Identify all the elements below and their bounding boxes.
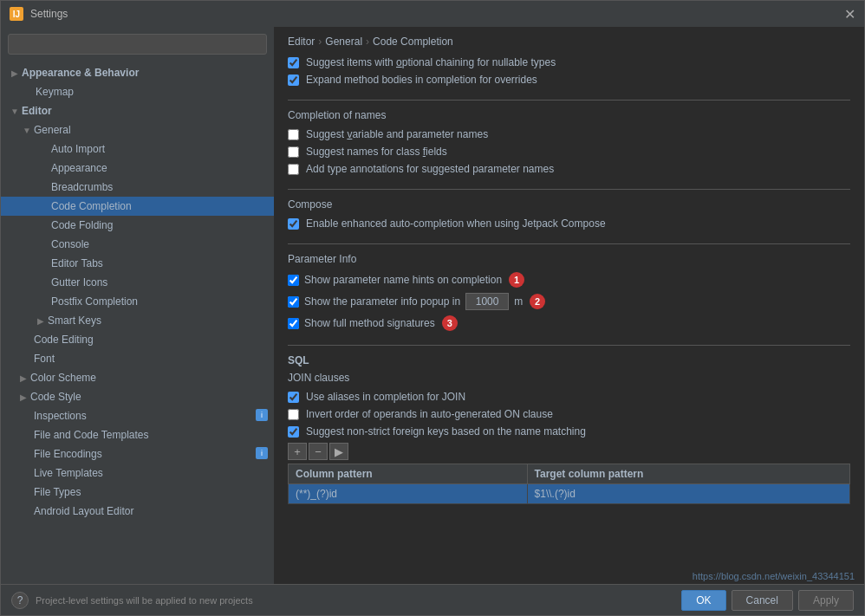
param-label: Show parameter name hints on completion xyxy=(304,274,502,286)
sidebar-item-postfix-completion[interactable]: Postfix Completion xyxy=(1,292,274,311)
divider-1 xyxy=(288,100,850,101)
sidebar-item-android-layout[interactable]: Android Layout Editor xyxy=(1,502,274,521)
close-button[interactable]: ✕ xyxy=(844,6,855,23)
search-box xyxy=(1,27,274,62)
sidebar-item-font[interactable]: Font xyxy=(1,349,274,368)
sidebar-item-label: Keymap xyxy=(36,86,274,98)
sidebar-item-code-editing[interactable]: Code Editing xyxy=(1,330,274,349)
checkbox-optional-chaining[interactable] xyxy=(288,57,299,68)
parameter-info-section: Parameter Info Show parameter name hints… xyxy=(288,253,850,331)
divider-4 xyxy=(288,345,850,346)
checkbox-label: Expand method bodies in completion for o… xyxy=(306,74,537,86)
titlebar: IJ Settings ✕ xyxy=(1,1,864,27)
expand-arrow: ▶ xyxy=(16,373,30,383)
breadcrumb-sep-1: › xyxy=(318,36,322,48)
breadcrumb-sep-2: › xyxy=(366,36,369,48)
expand-arrow: ▼ xyxy=(20,126,34,135)
sidebar-item-auto-import[interactable]: Auto Import xyxy=(1,139,274,159)
checkbox-label: Suggest names for class fields xyxy=(306,146,447,158)
sidebar-tree: ▶ Appearance & Behavior Keymap ▼ Editor … xyxy=(1,62,274,584)
checkbox-suggest-class-fields[interactable] xyxy=(288,146,299,158)
popup-delay-input[interactable] xyxy=(465,293,509,310)
add-row-button[interactable]: + xyxy=(288,443,307,460)
help-button[interactable]: ? xyxy=(11,592,29,609)
completion-names-section: Completion of names Suggest variable and… xyxy=(288,109,850,175)
param-label: Show full method signatures xyxy=(304,317,435,329)
checkbox-expand-method[interactable] xyxy=(288,75,299,86)
checkbox-row-suggest-var: Suggest variable and parameter names xyxy=(288,128,850,140)
sidebar-item-appearance[interactable]: Appearance xyxy=(1,159,274,178)
param-unit: m xyxy=(514,295,523,308)
checkbox-use-aliases[interactable] xyxy=(288,392,299,403)
bottom-bar: ? Project-level settings will be applied… xyxy=(1,584,864,615)
sidebar-item-label: Color Scheme xyxy=(30,372,274,384)
sidebar-item-label: Gutter Icons xyxy=(51,276,274,289)
sidebar-item-editor[interactable]: ▼ Editor xyxy=(1,101,274,120)
checkbox-label: Enable enhanced auto-completion when usi… xyxy=(306,217,606,230)
inspections-badge-icon: i xyxy=(255,408,269,422)
checkbox-row-use-aliases: Use aliases in completion for JOIN xyxy=(288,391,850,403)
watermark: https://blog.csdn.net/weixin_43344151 xyxy=(693,571,855,581)
breadcrumb-part-1: Editor xyxy=(288,36,315,48)
checkbox-label: Use aliases in completion for JOIN xyxy=(306,391,465,403)
checkbox-enhanced-autocomplete[interactable] xyxy=(288,218,299,230)
sidebar-item-file-encodings[interactable]: File Encodings i xyxy=(1,444,274,464)
sql-patterns-table: Column pattern Target column pattern (**… xyxy=(288,464,850,504)
cancel-button[interactable]: Cancel xyxy=(732,590,793,611)
sidebar-item-label: Inspections xyxy=(34,410,255,422)
checkbox-show-param-hints[interactable] xyxy=(288,275,299,286)
sidebar-item-code-folding[interactable]: Code Folding xyxy=(1,216,274,235)
checkbox-add-type-annotations[interactable] xyxy=(288,164,299,175)
sidebar-item-general[interactable]: ▼ General xyxy=(1,120,274,139)
param-label: Show the parameter info popup in xyxy=(304,295,460,308)
checkbox-invert-order[interactable] xyxy=(288,409,299,420)
window-title: Settings xyxy=(30,8,68,20)
sidebar-item-label: Code Completion xyxy=(51,200,274,212)
sidebar-item-label: General xyxy=(34,124,274,136)
sidebar-item-label: Postfix Completion xyxy=(51,295,274,308)
breadcrumb: Editor › General › Code Completion xyxy=(274,27,864,53)
section-title-parameter-info: Parameter Info xyxy=(288,253,850,265)
move-row-button[interactable]: ▶ xyxy=(329,443,348,460)
sidebar-item-smart-keys[interactable]: ▶ Smart Keys xyxy=(1,311,274,330)
col-header-column-pattern: Column pattern xyxy=(289,464,528,484)
settings-window: IJ Settings ✕ ▶ Appearance & Behavior Ke… xyxy=(0,0,865,616)
sql-section: SQL JOIN clauses Use aliases in completi… xyxy=(288,354,850,504)
table-row[interactable]: (**)_(?)id $1\\.(?)id xyxy=(289,484,850,504)
checkbox-show-full-sig[interactable] xyxy=(288,318,299,329)
checkbox-suggest-foreign-keys[interactable] xyxy=(288,426,299,438)
sidebar-item-label: Font xyxy=(34,353,274,365)
checkbox-row-suggest-foreign-keys: Suggest non-strict foreign keys based on… xyxy=(288,425,850,438)
search-input[interactable] xyxy=(8,34,267,55)
param-row-show-param-hints: Show parameter name hints on completion … xyxy=(288,272,850,288)
checkbox-row-expand-method: Expand method bodies in completion for o… xyxy=(288,74,850,86)
checkbox-show-param-popup[interactable] xyxy=(288,296,299,308)
checkbox-label: Suggest variable and parameter names xyxy=(306,128,488,140)
sidebar-item-inspections[interactable]: Inspections i xyxy=(1,406,274,425)
sidebar-item-live-templates[interactable]: Live Templates xyxy=(1,464,274,483)
breadcrumb-part-3: Code Completion xyxy=(373,36,453,48)
apply-button[interactable]: Apply xyxy=(798,590,854,611)
sidebar-item-console[interactable]: Console xyxy=(1,235,274,254)
divider-2 xyxy=(288,189,850,190)
sidebar-item-label: Appearance & Behavior xyxy=(22,67,274,79)
checkbox-label: Suggest items with optional chaining for… xyxy=(306,56,556,68)
sidebar-item-appearance-behavior[interactable]: ▶ Appearance & Behavior xyxy=(1,63,274,82)
remove-row-button[interactable]: − xyxy=(309,443,328,460)
sidebar-item-editor-tabs[interactable]: Editor Tabs xyxy=(1,254,274,273)
bottom-right: OK Cancel Apply xyxy=(681,590,854,611)
ok-button[interactable]: OK xyxy=(681,590,725,611)
sidebar-item-color-scheme[interactable]: ▶ Color Scheme xyxy=(1,368,274,387)
sidebar-item-code-style[interactable]: ▶ Code Style xyxy=(1,387,274,406)
sidebar-item-keymap[interactable]: Keymap xyxy=(1,82,274,101)
sidebar-item-code-completion[interactable]: Code Completion xyxy=(1,197,274,216)
breadcrumb-part-2: General xyxy=(325,36,362,48)
right-panel: Editor › General › Code Completion Sugge… xyxy=(274,27,864,584)
sidebar-item-breadcrumbs[interactable]: Breadcrumbs xyxy=(1,178,274,197)
sidebar-item-gutter-icons[interactable]: Gutter Icons xyxy=(1,273,274,292)
table-toolbar: + − ▶ xyxy=(288,443,850,460)
sidebar-item-file-types[interactable]: File Types xyxy=(1,483,274,502)
sidebar-item-file-code-templates[interactable]: File and Code Templates xyxy=(1,425,274,444)
sidebar-item-label: File Encodings xyxy=(34,448,255,460)
checkbox-suggest-var[interactable] xyxy=(288,129,299,140)
